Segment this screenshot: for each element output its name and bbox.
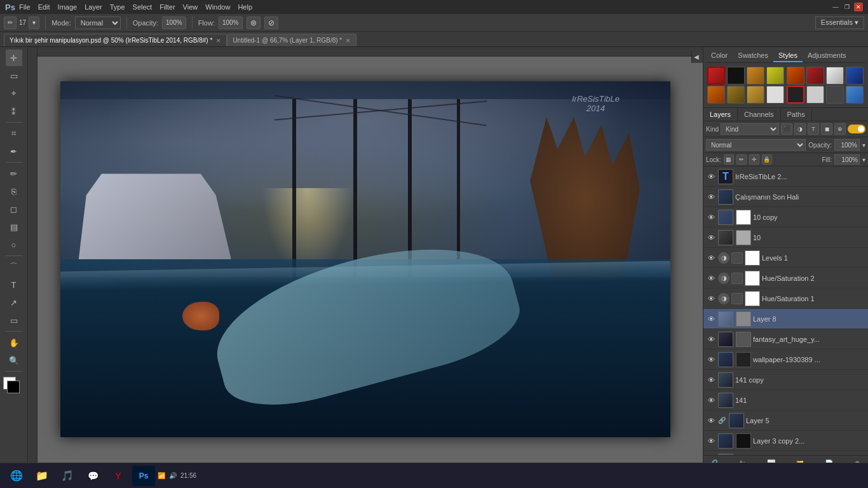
- crop-tool[interactable]: ⌗: [6, 125, 22, 142]
- style-swatch[interactable]: [806, 86, 824, 104]
- style-swatch[interactable]: [727, 86, 745, 104]
- brush-tool[interactable]: ✏: [6, 165, 22, 182]
- menu-filter[interactable]: Filter: [159, 3, 175, 11]
- pen-tool[interactable]: ⌒: [6, 259, 22, 275]
- layer-visibility-toggle[interactable]: 👁: [706, 314, 716, 324]
- photoshop-button[interactable]: Ps: [132, 466, 155, 486]
- doc-tab-1[interactable]: Yıkık bir şehir manipulasyon.psd @ 50% (…: [4, 34, 227, 46]
- opacity-value[interactable]: 100%: [162, 17, 186, 29]
- move-tool[interactable]: ✛: [6, 50, 22, 66]
- layer-item[interactable]: 👁 Çalışmanın Son Hali: [703, 187, 868, 207]
- blend-mode-select[interactable]: Normal Multiply Screen Overlay: [706, 139, 806, 151]
- layer-visibility-toggle[interactable]: 👁: [706, 355, 716, 365]
- style-swatch[interactable]: [806, 67, 824, 85]
- style-swatch[interactable]: [766, 67, 784, 85]
- layer-visibility-toggle[interactable]: 👁: [706, 212, 716, 222]
- style-swatch[interactable]: [846, 86, 864, 104]
- text-tool[interactable]: T: [6, 276, 22, 293]
- style-swatch[interactable]: [826, 86, 844, 104]
- layer-visibility-toggle[interactable]: 👁: [706, 436, 716, 446]
- paths-tab[interactable]: Paths: [781, 108, 812, 121]
- layer-item[interactable]: 👁 Layer 3 copy 2...: [703, 431, 868, 451]
- style-swatch[interactable]: [766, 86, 784, 104]
- style-swatch[interactable]: [787, 67, 804, 85]
- collapse-button[interactable]: ◀: [693, 53, 702, 60]
- start-button[interactable]: 🌐: [5, 466, 28, 486]
- layer-visibility-toggle[interactable]: 👁: [706, 273, 716, 283]
- menu-layer[interactable]: Layer: [85, 3, 102, 11]
- brush-size-button[interactable]: ▾: [29, 17, 39, 29]
- tab-styles[interactable]: Styles: [773, 50, 803, 62]
- opacity-arrow[interactable]: ▾: [862, 142, 865, 149]
- layer-item[interactable]: 👁 ◑ Hue/Saturation 1: [703, 288, 868, 309]
- lock-position-icon[interactable]: ✏: [736, 154, 747, 165]
- essentials-button[interactable]: Essentials ▾: [815, 17, 864, 29]
- fill-arrow[interactable]: ▾: [862, 156, 865, 163]
- lock-move-icon[interactable]: ✛: [749, 154, 759, 165]
- filter-pixel-icon[interactable]: ⬛: [781, 123, 792, 135]
- filter-smart-icon[interactable]: ⊕: [834, 123, 846, 135]
- lock-all-icon[interactable]: 🔒: [762, 154, 772, 165]
- layer-item[interactable]: 👁 ◑ Hue/Saturation 2: [703, 268, 868, 288]
- magic-wand-tool[interactable]: ⁑: [6, 103, 22, 119]
- brush-tool-button[interactable]: ✏: [4, 17, 17, 29]
- fg-color-swatch[interactable]: [7, 381, 20, 393]
- doc-tab-2-close[interactable]: ✕: [346, 37, 351, 44]
- menu-help[interactable]: Help: [238, 3, 252, 11]
- layer-item[interactable]: 👁 Layer 8: [703, 309, 868, 329]
- layer-visibility-toggle[interactable]: 👁: [706, 233, 716, 243]
- layer-visibility-toggle[interactable]: 👁: [706, 192, 716, 202]
- filter-toggle[interactable]: [848, 125, 865, 133]
- layers-list[interactable]: 👁 T IrReSisTibLe 2... 👁 Çalışmanın Son H…: [703, 166, 868, 455]
- restore-button[interactable]: ❐: [843, 3, 851, 11]
- menu-image[interactable]: Image: [58, 3, 78, 11]
- path-select-tool[interactable]: ↗: [6, 294, 22, 311]
- layer-item[interactable]: 👁 fantasy_art_huge_y...: [703, 329, 868, 349]
- airbrush-button[interactable]: ⊛: [247, 17, 261, 29]
- layer-visibility-toggle[interactable]: 👁: [706, 253, 716, 263]
- layer-visibility-toggle[interactable]: 👁: [706, 375, 716, 385]
- doc-tab-2[interactable]: Untitled-1 @ 66,7% (Layer 1, RGB/8) * ✕: [227, 34, 356, 46]
- tablet-button[interactable]: ⊘: [264, 17, 278, 29]
- eyedropper-tool[interactable]: ✒: [6, 143, 22, 159]
- opacity-input[interactable]: [834, 139, 860, 151]
- eraser-tool[interactable]: ◻: [6, 201, 22, 217]
- shape-tool[interactable]: ▭: [6, 312, 22, 329]
- style-swatch[interactable]: [787, 86, 804, 104]
- layer-visibility-toggle[interactable]: 👁: [706, 416, 716, 426]
- mode-select[interactable]: Normal Dissolve Multiply: [75, 17, 121, 29]
- channels-tab[interactable]: Channels: [738, 108, 780, 121]
- style-swatch[interactable]: [846, 67, 864, 85]
- lock-pixels-icon[interactable]: ▦: [724, 154, 734, 165]
- file-manager-button[interactable]: 📁: [31, 466, 53, 486]
- menu-view[interactable]: View: [183, 3, 198, 11]
- filter-type-icon[interactable]: T: [808, 123, 819, 135]
- tab-swatches[interactable]: Swatches: [733, 50, 773, 62]
- menu-type[interactable]: Type: [110, 3, 125, 11]
- tab-adjustments[interactable]: Adjustments: [803, 50, 851, 62]
- layers-tab[interactable]: Layers: [703, 108, 738, 121]
- style-swatch[interactable]: [826, 67, 844, 85]
- layer-visibility-toggle[interactable]: 👁: [706, 334, 716, 344]
- flow-value[interactable]: 100%: [219, 17, 243, 29]
- menu-select[interactable]: Select: [133, 3, 153, 11]
- minimize-button[interactable]: —: [831, 3, 840, 11]
- style-swatch[interactable]: [747, 67, 764, 85]
- tab-color[interactable]: Color: [706, 50, 733, 62]
- skype-button[interactable]: 💬: [81, 466, 104, 486]
- filter-shape-icon[interactable]: ◼: [821, 123, 832, 135]
- menu-file[interactable]: File: [19, 3, 31, 11]
- style-swatch[interactable]: [747, 86, 764, 104]
- yandex-button[interactable]: Y: [107, 466, 130, 486]
- layer-visibility-toggle[interactable]: 👁: [706, 395, 716, 405]
- layer-item[interactable]: 👁 10: [703, 227, 868, 248]
- layer-item[interactable]: 👁 T IrReSisTibLe 2...: [703, 166, 868, 187]
- gradient-tool[interactable]: ▤: [6, 219, 22, 235]
- layer-item[interactable]: 👁 141 copy: [703, 370, 868, 390]
- dodge-tool[interactable]: ○: [6, 236, 22, 253]
- filter-kind-select[interactable]: Kind: [721, 123, 779, 135]
- fill-input[interactable]: [834, 154, 860, 165]
- marquee-tool[interactable]: ▭: [6, 67, 22, 84]
- layer-item[interactable]: 👁 wallpaper-1930389 ...: [703, 349, 868, 370]
- hand-tool[interactable]: ✋: [6, 334, 22, 351]
